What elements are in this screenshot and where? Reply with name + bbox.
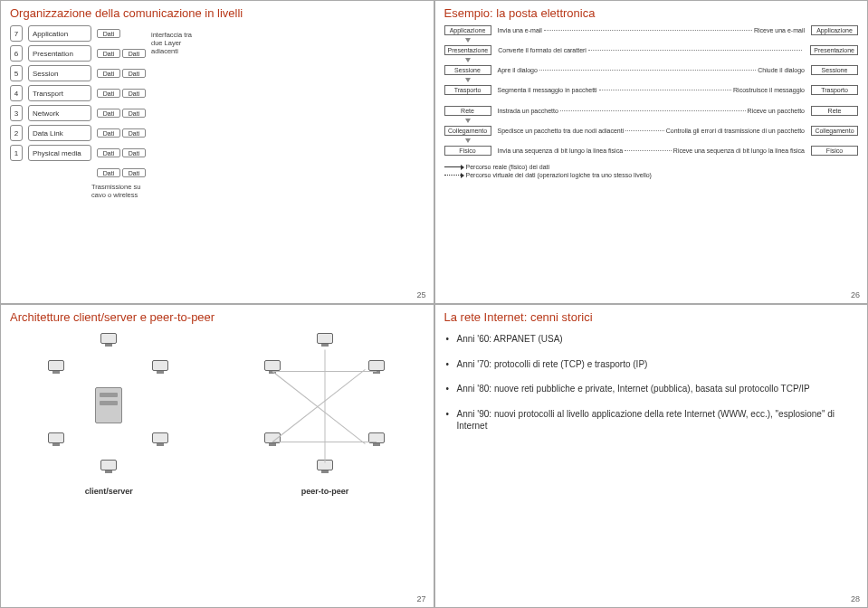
action-left: Invia una e-mail [498,27,542,33]
client-icon [366,360,387,376]
client-icon [98,333,119,349]
note-line: cavo o wireless [91,191,138,199]
layer-num-7: 7 [10,25,23,42]
bullet-item: Anni '80: nuove reti pubbliche e private… [444,383,859,395]
slide-title: Organizzazione della comunicazione in li… [10,6,424,20]
note-line: due Layer [151,39,192,47]
dati-box: Dati [97,109,120,118]
legend: Percorso reale (fisico) dei dati Percors… [444,164,859,180]
client-icon [98,460,119,476]
action-left: Apre il dialogo [498,67,538,73]
architecture-diagram: client/server peer-to-peer [10,333,424,496]
layer-transport: Transport [28,85,91,101]
layer-box-right: Presentazione [810,45,858,55]
layer-application: Application [28,25,91,42]
arrow-down-icon [465,138,471,143]
dati-box: Dati [97,168,120,177]
note-line: Trasmissione su [91,183,140,191]
client-server-column: client/server [45,333,172,496]
bullet-item: Anni '70: protocolli di rete (TCP) e tra… [444,358,859,371]
action-right: Controlla gli errori di trasmissione di … [666,128,805,134]
slide-28: La rete Internet: cenni storici Anni '60… [434,304,869,608]
slide-26: Esempio: la posta elettronica Applicazio… [434,0,869,304]
client-icon [149,360,171,376]
layer-physical: Physical media [28,145,91,161]
history-bullets: Anni '60: ARPANET (USA) Anni '70: protoc… [444,333,859,432]
dati-box: Dati [122,109,146,118]
client-icon [45,432,67,449]
layer-presentation: Presentation [28,45,91,62]
bullet-item: Anni '60: ARPANET (USA) [444,333,859,346]
email-layers-diagram: Applicazione Invia una e-mailRiceve una … [444,25,859,180]
slide-number: 26 [851,290,860,299]
layer-box-left: Trasporto [444,85,491,95]
client-icon [262,360,283,376]
dati-box: Dati [97,128,120,138]
dati-box: Dati [122,148,146,157]
transmission-note: Trasmissione su cavo o wireless [91,183,424,199]
layer-num-2: 2 [10,125,23,141]
layer-num-3: 3 [10,105,23,121]
slide-number: 28 [851,594,860,603]
action-left: Invia una sequenza di bit lungo la linea… [498,147,624,154]
post-row-physical: Fisico Invia una sequenza di bit lungo l… [444,146,859,156]
post-row-application: Applicazione Invia una e-mailRiceve una … [444,25,859,35]
action-right: Riceve un pacchetto [748,108,805,114]
layer-num-4: 4 [10,85,23,101]
arrow-down-icon [465,119,471,123]
interface-note: interfaccia tra due Layer adiacenti [151,25,192,60]
peer-to-peer-column: peer-to-peer [262,333,388,496]
client-icon [314,333,336,349]
dati-box: Dati [97,148,120,157]
slide-title: Architetture client/server e peer-to-pee… [10,310,424,324]
layer-box-right: Sessione [811,65,858,75]
client-icon [366,432,387,449]
solid-arrow-icon [444,166,463,167]
slide-27: Architetture client/server e peer-to-pee… [0,304,434,608]
dati-box: Dati [122,168,146,177]
arch-label-cs: client/server [85,487,133,496]
slide-25: Organizzazione della comunicazione in li… [0,0,434,304]
post-row-session: Sessione Apre il dialogoChiude il dialog… [444,65,859,75]
layer-box-left: Rete [444,106,491,116]
dotted-arrow-icon [444,175,463,176]
arch-label-p2p: peer-to-peer [301,487,349,496]
slide-title: La rete Internet: cenni storici [444,310,859,324]
action-left: Instrada un pacchetto [498,108,558,114]
layer-box-right: Collegamento [811,126,858,136]
layer-num-5: 5 [10,65,23,81]
client-icon [149,432,171,449]
post-row-presentation: Presentazione Converte il formato dei ca… [444,45,859,55]
action-right: Ricostruisce il messaggio [733,87,805,93]
layer-box-left: Presentazione [444,45,492,55]
osi-diagram: 7 6 5 4 3 2 1 Application Presentation S… [10,25,424,181]
dati-box: Dati [122,69,146,78]
layer-box-left: Sessione [444,65,491,75]
dati-box: Dati [122,49,146,58]
layer-network: Network [28,105,91,121]
slide-number: 27 [416,594,425,603]
legend-real: Percorso reale (fisico) dei dati [466,164,550,170]
post-row-datalink: Collegamento Spedisce un pacchetto tra d… [444,126,859,136]
client-icon [45,360,67,376]
osi-number-column: 7 6 5 4 3 2 1 [10,25,23,181]
layer-box-right: Trasporto [811,85,858,95]
dati-box: Dati [122,128,146,138]
arrow-down-icon [465,78,471,82]
post-row-transport: Trasporto Segmenta il messaggio in pacch… [444,85,859,95]
layer-session: Session [28,65,91,81]
arrow-down-icon [465,38,471,43]
note-line: adiacenti [151,47,192,55]
dati-box: Dati [97,29,120,38]
action-left: Converte il formato dei caratteri [498,47,587,53]
arrow-down-icon [465,58,471,62]
layer-box-left: Fisico [444,146,491,156]
osi-dati-column: Dati DatiDati DatiDati DatiDati DatiDati… [97,25,146,181]
legend-virtual: Percorso virtuale dei dati (operazioni l… [466,172,652,178]
bullet-item: Anni '90: nuovi protocolli al livello ap… [444,408,859,432]
action-right: Chiude il dialogo [758,67,805,73]
layer-box-right: Fisico [811,146,858,156]
layer-box-right: Applicazione [811,25,858,35]
dati-box: Dati [122,89,146,98]
post-row-network: Rete Instrada un pacchettoRiceve un pacc… [444,106,859,116]
